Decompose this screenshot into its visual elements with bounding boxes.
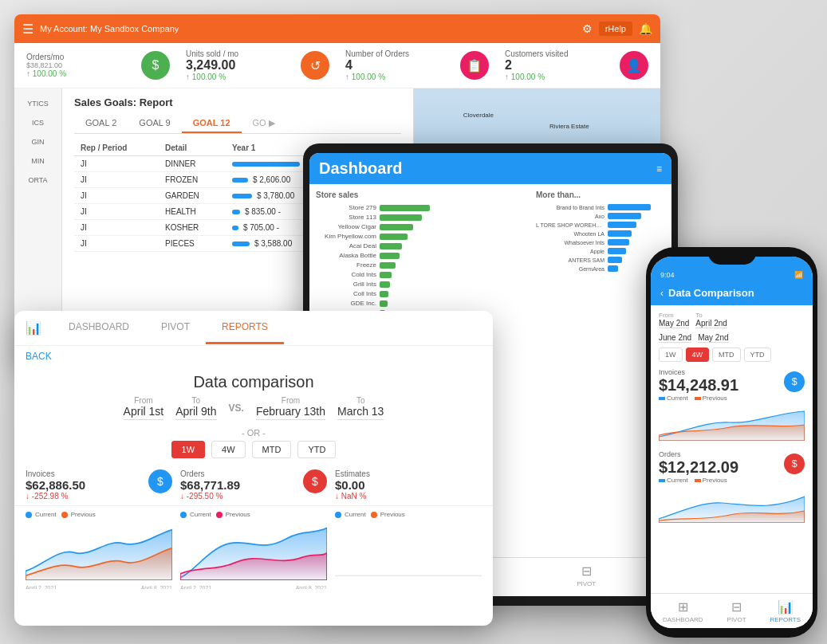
vs-label: VS. — [229, 402, 244, 414]
metric-estimates: Estimates $0.00 ↓ NaN % — [335, 469, 482, 501]
phone-dashboard-icon: ⊞ — [678, 599, 688, 615]
phone-tab-pivot[interactable]: ⊟ PIVOT — [727, 599, 746, 623]
stat-orders-icon: $ — [141, 51, 170, 80]
phone-from-label: From — [659, 312, 689, 319]
cell-rep: JI — [74, 188, 159, 204]
stat-customers-value: 2 — [505, 58, 612, 73]
date-from2-value[interactable]: February 13th — [256, 405, 325, 420]
orders-icon: $ — [303, 469, 327, 493]
cell-rep: JI — [74, 236, 159, 252]
goal-tab-9[interactable]: GOAL 9 — [128, 115, 181, 133]
tablet-right-hbar-chart: Brand to Brand Ints Axo L TORE SHOP WORE… — [536, 204, 668, 272]
phone-tab-dashboard[interactable]: ⊞ DASHBOARD — [663, 599, 703, 623]
metrics-row: Invoices $62,886.50 ↓ -252.98 % $ Orders… — [14, 465, 493, 506]
phone-dashboard-label: DASHBOARD — [663, 616, 703, 623]
invoices-value: $62,886.50 — [26, 478, 142, 492]
goal-tab-more[interactable]: GO ▶ — [242, 115, 286, 133]
stat-numorders-icon: 📋 — [460, 51, 489, 80]
phone-period-1w[interactable]: 1W — [659, 348, 683, 362]
hbar-row: Kim Phyellow.com — [316, 233, 530, 240]
phone-period-row: 1W 4W MTD YTD — [659, 348, 805, 362]
phone-signal: 📶 — [794, 271, 803, 279]
stat-units-icon: ↺ — [301, 51, 329, 80]
orders-legend-current-dot: Current — [180, 511, 211, 518]
date-from-label: From — [124, 396, 164, 405]
app-topbar: 📊 DASHBOARD PIVOT REPORTS — [14, 311, 493, 346]
goal-tabs: GOAL 2 GOAL 9 GOAL 12 GO ▶ — [74, 115, 401, 134]
phone-to2-value[interactable]: May 2nd — [698, 333, 728, 343]
browser-topbar: ☰ My Account: My Sandbox Company ⚙ rHelp… — [14, 14, 660, 43]
hbar-row: Alaska Bottle — [316, 252, 530, 259]
map-label-2: Riviera Estate — [549, 123, 589, 130]
app-tab-reports[interactable]: REPORTS — [206, 312, 284, 344]
orders-label: Orders — [180, 469, 297, 478]
legend-current-dot: Current — [26, 511, 57, 518]
invoices-chart-legend: Current Previous — [26, 511, 172, 518]
stat-numorders-label: Number of Orders — [345, 49, 452, 58]
phone-from2-value[interactable]: June 2nd — [659, 333, 691, 343]
main-app-window: 📊 DASHBOARD PIVOT REPORTS BACK Data comp… — [14, 311, 493, 626]
stat-num-orders: Number of Orders 4 ↑ 100.00 % 📋 — [345, 49, 489, 81]
period-btn-1w[interactable]: 1W — [171, 441, 206, 458]
tablet-menu-icon[interactable]: ≡ — [656, 163, 662, 175]
goal-tab-2[interactable]: GOAL 2 — [74, 115, 128, 133]
tablet-left-chart-title: Store sales — [316, 190, 530, 199]
phone-from-value[interactable]: May 2nd — [659, 319, 689, 328]
period-btn-ytd[interactable]: YTD — [297, 441, 336, 458]
hamburger-icon[interactable]: ☰ — [22, 22, 33, 37]
phone-period-ytd[interactable]: YTD — [744, 348, 771, 362]
scene: ☰ My Account: My Sandbox Company ⚙ rHelp… — [0, 0, 827, 644]
back-link[interactable]: BACK — [14, 346, 493, 367]
orders-change: ↓ -295.50 % — [180, 492, 297, 501]
estimates-chart: Current Previous — [335, 511, 482, 589]
phone-bottom-bar: ⊞ DASHBOARD ⊟ PIVOT 📊 REPORTS — [651, 593, 813, 628]
sidebar-item-ics[interactable]: ICS — [14, 114, 61, 132]
phone-back-arrow[interactable]: ‹ — [660, 288, 664, 299]
period-btn-mtd[interactable]: MTD — [252, 441, 292, 458]
stats-row: Orders/mo $38,821.00 ↑ 100.00 % $ Units … — [14, 43, 660, 88]
date-to2-value[interactable]: March 13 — [337, 405, 384, 420]
period-btn-4w[interactable]: 4W — [211, 441, 246, 458]
sidebar-item-min[interactable]: MIN — [14, 152, 61, 170]
sidebar-item-ytics[interactable]: YTICS — [14, 95, 61, 112]
comparison-title: Data comparison — [14, 367, 493, 396]
date-from2-label: From — [256, 396, 325, 405]
phone-invoices-info: Invoices $14,248.91 — [659, 368, 738, 395]
tablet-tab-pivot[interactable]: ⊟ PIVOT — [577, 564, 596, 587]
phone-to-value[interactable]: April 2nd — [695, 319, 727, 328]
goal-tab-12[interactable]: GOAL 12 — [182, 115, 242, 133]
orders-value: $68,771.89 — [180, 478, 297, 492]
phone-pivot-label: PIVOT — [727, 616, 746, 623]
phone-orders-legend: Current Previous — [659, 477, 805, 484]
invoices-label: Invoices — [26, 469, 142, 478]
hbar-row: Acai Deal — [316, 242, 530, 249]
help-button[interactable]: rHelp — [599, 22, 632, 36]
phone-tab-reports[interactable]: 📊 REPORTS — [770, 599, 801, 623]
sidebar-item-gin[interactable]: GIN — [14, 133, 61, 151]
phone-orders-row: Orders $12,212.09 $ — [659, 450, 805, 477]
phone-orders-icon: $ — [784, 454, 805, 474]
date-from-value[interactable]: April 1st — [124, 405, 164, 420]
cell-rep: JI — [74, 220, 159, 236]
app-tab-pivot[interactable]: PIVOT — [145, 312, 206, 344]
invoices-icon: $ — [148, 469, 172, 493]
app-tab-dashboard[interactable]: DASHBOARD — [53, 312, 145, 344]
phone-period-mtd[interactable]: MTD — [712, 348, 741, 362]
stat-orders-label: Orders/mo — [26, 53, 133, 61]
stat-units-change: ↑ 100.00 % — [186, 73, 293, 81]
estimates-value: $0.00 — [335, 478, 482, 492]
hbar-row: Freeze — [316, 261, 530, 269]
stat-orders-sub: $38,821.00 — [26, 61, 133, 69]
sidebar-item-orta[interactable]: ORTA — [14, 171, 61, 189]
stat-customers: Customers visited 2 ↑ 100.00 % 👤 — [505, 49, 648, 81]
invoices-chart: Current Previous — [26, 511, 172, 589]
hbar-row: Grill Ints — [316, 281, 530, 288]
date-to-value[interactable]: April 9th — [175, 405, 216, 420]
gear-icon[interactable]: ⚙ — [582, 22, 593, 35]
browser-account: My Account: My Sandbox Company — [40, 24, 576, 33]
right-hbar-row: Whooten LA — [536, 230, 668, 237]
stat-units-value: 3,249.00 — [186, 58, 293, 73]
phone-to-label: To — [695, 312, 727, 319]
phone-period-4w[interactable]: 4W — [686, 348, 710, 362]
notification-icon[interactable]: 🔔 — [639, 22, 652, 35]
